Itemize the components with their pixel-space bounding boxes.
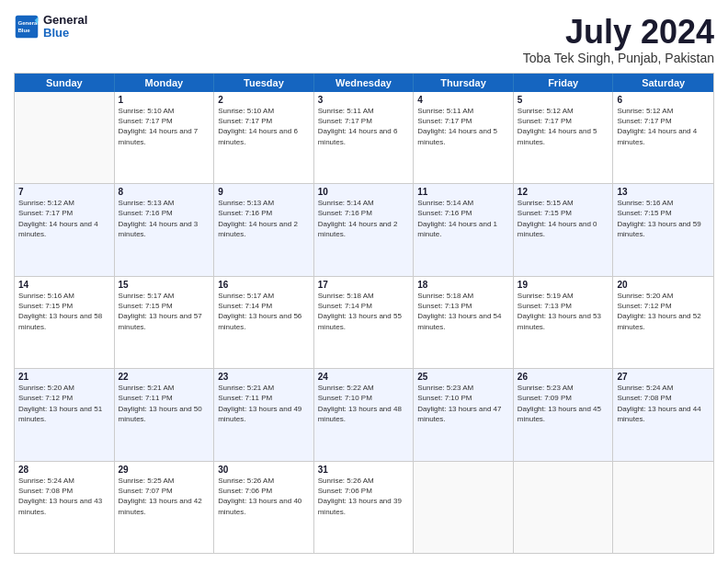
day-number: 19	[518, 280, 609, 290]
calendar-cell: 28Sunrise: 5:24 AMSunset: 7:08 PMDayligh…	[15, 462, 115, 553]
day-number: 16	[218, 280, 310, 290]
day-number: 27	[617, 372, 710, 382]
calendar-cell: 30Sunrise: 5:26 AMSunset: 7:06 PMDayligh…	[214, 462, 314, 553]
day-number: 13	[617, 187, 710, 197]
calendar-cell: 11Sunrise: 5:14 AMSunset: 7:16 PMDayligh…	[414, 184, 514, 275]
cell-info: Sunrise: 5:23 AMSunset: 7:09 PMDaylight:…	[518, 384, 601, 423]
calendar-week-1: 1Sunrise: 5:10 AMSunset: 7:17 PMDaylight…	[15, 92, 713, 184]
day-number: 25	[417, 372, 509, 382]
cell-info: Sunrise: 5:16 AMSunset: 7:15 PMDaylight:…	[18, 292, 102, 331]
calendar-cell: 25Sunrise: 5:23 AMSunset: 7:10 PMDayligh…	[414, 369, 514, 460]
day-number: 29	[119, 465, 210, 475]
cell-info: Sunrise: 5:14 AMSunset: 7:16 PMDaylight:…	[318, 199, 398, 238]
cell-info: Sunrise: 5:21 AMSunset: 7:11 PMDaylight:…	[218, 384, 301, 423]
day-number: 8	[119, 187, 210, 197]
day-number: 18	[417, 280, 509, 290]
header-day-monday: Monday	[115, 74, 215, 92]
day-number: 14	[18, 280, 110, 290]
day-number: 26	[518, 372, 609, 382]
cell-info: Sunrise: 5:12 AMSunset: 7:17 PMDaylight:…	[518, 107, 597, 146]
cell-info: Sunrise: 5:20 AMSunset: 7:12 PMDaylight:…	[18, 384, 102, 423]
day-number: 9	[218, 187, 310, 197]
calendar-cell: 31Sunrise: 5:26 AMSunset: 7:06 PMDayligh…	[314, 462, 415, 553]
day-number: 28	[18, 465, 110, 475]
cell-info: Sunrise: 5:12 AMSunset: 7:17 PMDaylight:…	[18, 199, 98, 238]
calendar-cell: 24Sunrise: 5:22 AMSunset: 7:10 PMDayligh…	[314, 369, 415, 460]
calendar-cell: 9Sunrise: 5:13 AMSunset: 7:16 PMDaylight…	[214, 184, 314, 275]
calendar-cell: 27Sunrise: 5:24 AMSunset: 7:08 PMDayligh…	[613, 369, 713, 460]
calendar-cell: 12Sunrise: 5:15 AMSunset: 7:15 PMDayligh…	[514, 184, 614, 275]
calendar-cell: 3Sunrise: 5:11 AMSunset: 7:17 PMDaylight…	[314, 92, 415, 183]
calendar-cell: 13Sunrise: 5:16 AMSunset: 7:15 PMDayligh…	[613, 184, 713, 275]
calendar-cell: 7Sunrise: 5:12 AMSunset: 7:17 PMDaylight…	[15, 184, 115, 275]
logo-text: General Blue	[43, 14, 87, 40]
calendar-cell: 16Sunrise: 5:17 AMSunset: 7:14 PMDayligh…	[214, 277, 314, 368]
cell-info: Sunrise: 5:23 AMSunset: 7:10 PMDaylight:…	[417, 384, 501, 423]
cell-info: Sunrise: 5:17 AMSunset: 7:15 PMDaylight:…	[119, 292, 202, 331]
day-number: 7	[18, 187, 110, 197]
cell-info: Sunrise: 5:11 AMSunset: 7:17 PMDaylight:…	[318, 107, 398, 146]
calendar-cell: 8Sunrise: 5:13 AMSunset: 7:16 PMDaylight…	[115, 184, 215, 275]
cell-info: Sunrise: 5:13 AMSunset: 7:16 PMDaylight:…	[218, 199, 298, 238]
day-number: 23	[218, 372, 310, 382]
cell-info: Sunrise: 5:19 AMSunset: 7:13 PMDaylight:…	[518, 292, 601, 331]
calendar-cell: 26Sunrise: 5:23 AMSunset: 7:09 PMDayligh…	[514, 369, 614, 460]
calendar-cell: 17Sunrise: 5:18 AMSunset: 7:14 PMDayligh…	[314, 277, 415, 368]
calendar-cell: 19Sunrise: 5:19 AMSunset: 7:13 PMDayligh…	[514, 277, 614, 368]
cell-info: Sunrise: 5:18 AMSunset: 7:13 PMDaylight:…	[417, 292, 501, 331]
day-number: 31	[318, 465, 410, 475]
cell-info: Sunrise: 5:26 AMSunset: 7:06 PMDaylight:…	[218, 477, 301, 516]
page-header: General Blue General Blue July 2024 Toba…	[14, 14, 714, 65]
calendar: SundayMondayTuesdayWednesdayThursdayFrid…	[14, 73, 714, 554]
day-number: 2	[218, 95, 310, 105]
calendar-cell: 1Sunrise: 5:10 AMSunset: 7:17 PMDaylight…	[115, 92, 215, 183]
cell-info: Sunrise: 5:10 AMSunset: 7:17 PMDaylight:…	[218, 107, 298, 146]
cell-info: Sunrise: 5:20 AMSunset: 7:12 PMDaylight:…	[617, 292, 700, 331]
calendar-cell: 6Sunrise: 5:12 AMSunset: 7:17 PMDaylight…	[613, 92, 713, 183]
cell-info: Sunrise: 5:15 AMSunset: 7:15 PMDaylight:…	[518, 199, 597, 238]
logo: General Blue General Blue	[14, 14, 87, 40]
calendar-week-3: 14Sunrise: 5:16 AMSunset: 7:15 PMDayligh…	[15, 277, 713, 369]
day-number: 11	[417, 187, 509, 197]
day-number: 6	[617, 95, 710, 105]
day-number: 20	[617, 280, 710, 290]
day-number: 12	[518, 187, 609, 197]
day-number: 30	[218, 465, 310, 475]
cell-info: Sunrise: 5:14 AMSunset: 7:16 PMDaylight:…	[417, 199, 497, 238]
cell-info: Sunrise: 5:24 AMSunset: 7:08 PMDaylight:…	[617, 384, 700, 423]
day-number: 24	[318, 372, 410, 382]
day-number: 15	[119, 280, 210, 290]
calendar-cell	[15, 92, 115, 183]
calendar-cell	[414, 462, 514, 553]
calendar-cell: 10Sunrise: 5:14 AMSunset: 7:16 PMDayligh…	[314, 184, 415, 275]
calendar-cell: 4Sunrise: 5:11 AMSunset: 7:17 PMDaylight…	[414, 92, 514, 183]
calendar-cell: 18Sunrise: 5:18 AMSunset: 7:13 PMDayligh…	[414, 277, 514, 368]
title-section: July 2024 Toba Tek Singh, Punjab, Pakist…	[523, 14, 714, 65]
day-number: 4	[417, 95, 509, 105]
day-number: 3	[318, 95, 410, 105]
day-number: 5	[518, 95, 609, 105]
cell-info: Sunrise: 5:26 AMSunset: 7:06 PMDaylight:…	[318, 477, 402, 516]
cell-info: Sunrise: 5:18 AMSunset: 7:14 PMDaylight:…	[318, 292, 402, 331]
logo-line1: General	[43, 14, 87, 27]
calendar-cell	[514, 462, 614, 553]
header-day-friday: Friday	[514, 74, 614, 92]
calendar-cell: 15Sunrise: 5:17 AMSunset: 7:15 PMDayligh…	[115, 277, 215, 368]
calendar-week-5: 28Sunrise: 5:24 AMSunset: 7:08 PMDayligh…	[15, 462, 713, 553]
calendar-cell: 2Sunrise: 5:10 AMSunset: 7:17 PMDaylight…	[214, 92, 314, 183]
cell-info: Sunrise: 5:16 AMSunset: 7:15 PMDaylight:…	[617, 199, 700, 238]
header-day-sunday: Sunday	[15, 74, 115, 92]
calendar-cell	[613, 462, 713, 553]
header-day-tuesday: Tuesday	[214, 74, 314, 92]
header-day-wednesday: Wednesday	[314, 74, 415, 92]
cell-info: Sunrise: 5:24 AMSunset: 7:08 PMDaylight:…	[18, 477, 102, 516]
calendar-week-2: 7Sunrise: 5:12 AMSunset: 7:17 PMDaylight…	[15, 184, 713, 276]
calendar-cell: 29Sunrise: 5:25 AMSunset: 7:07 PMDayligh…	[115, 462, 215, 553]
location: Toba Tek Singh, Punjab, Pakistan	[523, 51, 714, 65]
cell-info: Sunrise: 5:12 AMSunset: 7:17 PMDaylight:…	[617, 107, 697, 146]
cell-info: Sunrise: 5:10 AMSunset: 7:17 PMDaylight:…	[119, 107, 199, 146]
cell-info: Sunrise: 5:21 AMSunset: 7:11 PMDaylight:…	[119, 384, 202, 423]
logo-line2: Blue	[43, 27, 87, 40]
day-number: 22	[119, 372, 210, 382]
cell-info: Sunrise: 5:17 AMSunset: 7:14 PMDaylight:…	[218, 292, 301, 331]
